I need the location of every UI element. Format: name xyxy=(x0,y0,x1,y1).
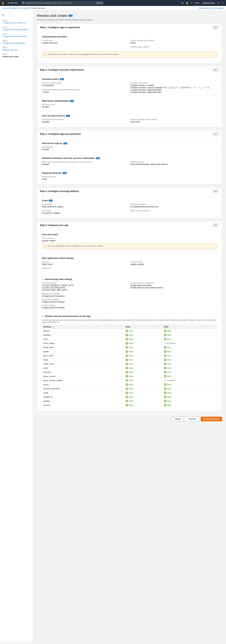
user-menu[interactable]: rodrigokamatls xyxy=(202,2,215,4)
attr-name: profile xyxy=(42,391,124,395)
email-badge[interactable]: Info xyxy=(49,200,53,202)
email-provider-label: Email provider xyxy=(42,204,129,205)
step2-edit-button[interactable]: Edit xyxy=(212,68,219,72)
cloud-shell-icon[interactable]: 🖥 xyxy=(181,2,183,4)
sidebar-step-6[interactable]: Step 6 Review and create xyxy=(0,52,33,58)
check-circle-icon: ✅ xyxy=(126,383,128,386)
attr-verification-badge[interactable]: Info xyxy=(96,157,100,159)
cancel-button[interactable]: Cancel xyxy=(172,417,183,421)
password-policy-title: Password policy Info xyxy=(42,78,217,80)
write-badge: ✅ Write xyxy=(164,367,171,369)
page-title-badge[interactable]: Info xyxy=(68,15,73,17)
write-badge: ✅ Write xyxy=(164,346,171,348)
sidebar-step-2-label: Step 2 xyxy=(3,26,30,28)
step5-edit-button[interactable]: Edit xyxy=(212,223,219,227)
attr-read: ✅ Read xyxy=(124,346,163,350)
attr-rw-toggle[interactable]: ▼ Attribute read and write permissions f… xyxy=(42,315,217,318)
provider-types-label: Provider types xyxy=(42,40,129,42)
table-row: preferred_username✅ Read✅ Write xyxy=(42,387,217,391)
write-badge: ✅ Write xyxy=(164,404,171,406)
allow-cognito-value: Enabled xyxy=(42,163,129,166)
attr-col-header[interactable]: Attribute ▲ xyxy=(42,325,124,329)
advanced-security-label: Advanced security configurations xyxy=(130,282,217,284)
mfa-badge[interactable]: Info xyxy=(70,100,74,102)
check-circle-icon: ✅ xyxy=(126,392,128,394)
step5-content: User pool name User pool name angular-co… xyxy=(37,231,222,409)
check-circle-icon: ✅ xyxy=(164,383,166,386)
support-icon[interactable]: ? xyxy=(191,2,192,4)
fullscreen-icon[interactable]: ⛶ xyxy=(222,2,224,4)
switch-console-link[interactable]: Switch back to the old console xyxy=(199,7,223,9)
check-circle-icon: ✅ xyxy=(126,338,128,340)
app-type-group: App Type Public client xyxy=(42,261,129,266)
create-user-pool-button[interactable]: Create user pool xyxy=(201,417,222,421)
check-circle-icon: ✅ xyxy=(164,330,166,332)
table-row: gender✅ Read✅ Write xyxy=(42,350,217,354)
req-0: Contains at least 1 number xyxy=(130,84,217,86)
sidebar-step-3-name[interactable]: Configure sign-up experience xyxy=(3,35,30,37)
app-client-name-value: angular-cognito xyxy=(130,263,217,266)
advanced-grid: Authentication flows ALLOW_REFRESH_TOKEN… xyxy=(42,282,217,291)
check-circle-icon: ✅ xyxy=(126,388,128,390)
breadcrumb-userpools[interactable]: User pools xyxy=(19,7,28,9)
sidebar-step-6-name[interactable]: Review and create xyxy=(3,56,30,58)
sidebar-step-4-name[interactable]: Configure message delivery xyxy=(3,42,30,44)
sidebar-step-2[interactable]: Step 2 Configure security requirements xyxy=(0,26,33,32)
user-recovery-badge[interactable]: Info xyxy=(66,115,70,117)
search-bar[interactable]: 🔍 [Alt+S] xyxy=(21,1,104,5)
attr-verification-section: Attribute verification and user account … xyxy=(40,155,219,168)
auth-flow-1: ALLOW_CUSTOM_AUTH xyxy=(42,286,129,289)
read-badge: ✅ Read xyxy=(126,350,133,353)
sidebar-step-2-name[interactable]: Configure security requirements xyxy=(3,28,30,30)
attr-read: ✅ Read xyxy=(124,333,163,337)
main-app-client-grid: App Type Public client App client name a… xyxy=(42,261,217,272)
sidebar-step-4[interactable]: Step 4 Configure message delivery xyxy=(0,39,33,45)
self-service-signup-badge[interactable]: Info xyxy=(63,142,67,144)
attr-name: gender xyxy=(42,350,124,354)
write-badge: ✅ Write xyxy=(164,383,171,386)
requirements-label: Password requirements xyxy=(130,82,217,84)
password-policy-badge[interactable]: Info xyxy=(60,78,64,80)
table-row: updated_at✅ Read✅ Write xyxy=(42,395,217,399)
sidebar-step-3[interactable]: Step 3 Configure sign-up experience xyxy=(0,32,33,38)
attr-write: ✅ Write xyxy=(163,399,217,403)
pool-name-warning-icon: ⚠ xyxy=(44,245,46,248)
step4-edit-button[interactable]: Edit xyxy=(212,189,219,193)
read-badge: ✅ Read xyxy=(126,400,133,402)
min-length-label: Password minimum length xyxy=(42,82,129,84)
req-2: Contains at least 1 uppercase letter xyxy=(130,89,217,91)
attr-read: ✅ Read xyxy=(124,329,163,333)
write-badge: ✅ Write xyxy=(164,396,171,398)
step2-title: Step 2: Configure security requirements xyxy=(40,68,84,71)
step1-edit-button[interactable]: Edit xyxy=(212,26,219,29)
main-content: Review and create Info Review your selec… xyxy=(33,10,226,642)
email-provider-group: Email provider Send email with Cognito xyxy=(42,204,129,208)
write-badge: ✅ Write xyxy=(164,354,171,357)
check-circle-icon: ✅ xyxy=(164,363,166,365)
main-app-client-section: Main application client settings App Typ… xyxy=(40,255,219,274)
auth-flows-group: Authentication flows ALLOW_REFRESH_TOKEN… xyxy=(42,282,129,291)
table-row: picture✅ Read✅ Write xyxy=(42,382,217,387)
required-attrs-badge[interactable]: Info xyxy=(63,172,66,174)
services-button[interactable]: ⊞ Services xyxy=(6,1,19,5)
region-selector[interactable]: Ohio xyxy=(195,2,199,4)
sidebar-step-5-name[interactable]: Integrate your app xyxy=(3,49,30,51)
sidebar-step-1-name[interactable]: Configure sign-in experience xyxy=(3,22,30,24)
mfa-enforcement-value: No MFA xyxy=(42,106,217,108)
step3-section: Step 3: Configure sign-up experience Edi… xyxy=(37,130,222,184)
breadcrumb-cognito[interactable]: Amazon Cognito xyxy=(3,7,16,9)
read-badge: ✅ Read xyxy=(126,346,133,348)
sidebar-step-1[interactable]: Step 1 Configure sign-in experience xyxy=(0,19,33,25)
page-footer: Cancel Previous Create user pool xyxy=(37,414,222,424)
search-input[interactable] xyxy=(26,2,96,4)
sidebar-hamburger[interactable]: ☰ xyxy=(0,13,33,19)
requirements-values: Contains at least 1 number Contains at l… xyxy=(130,84,217,93)
advanced-toggle[interactable]: ▼ Advanced app client settings xyxy=(42,278,217,280)
notifications-icon[interactable]: 🔔 xyxy=(186,2,188,4)
breadcrumb-sep-2: ▶ xyxy=(29,7,30,9)
sidebar-step-5[interactable]: Step 5 Integrate your app xyxy=(0,46,33,52)
step3-edit-button[interactable]: Edit xyxy=(212,132,219,136)
attr-rw-title: Attribute read and write permissions for… xyxy=(45,315,90,318)
check-circle-icon: ✅ xyxy=(126,354,128,357)
previous-button[interactable]: Previous xyxy=(185,417,199,421)
